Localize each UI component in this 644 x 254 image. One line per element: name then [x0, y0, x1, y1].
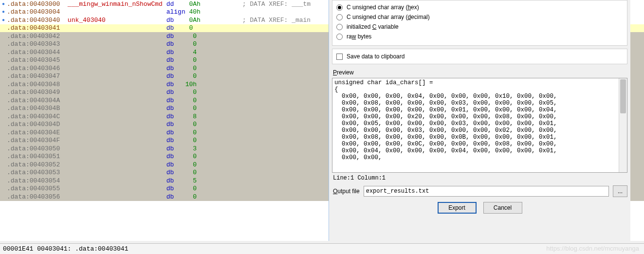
- export-dialog: C unsigned char array (hex)C unsigned ch…: [329, 0, 630, 241]
- breakpoint-bullet[interactable]: ●: [2, 1, 5, 7]
- dialog-buttons: Export Cancel: [332, 202, 627, 214]
- breakpoint-bullet[interactable]: ●: [2, 9, 5, 15]
- format-radio-2[interactable]: initialized C variable: [336, 22, 623, 32]
- radio-circle: [336, 24, 343, 30]
- scrollbar-thumb[interactable]: [620, 79, 626, 113]
- status-bar: 00001E41 00403041: .data:00403041: [0, 243, 644, 254]
- format-radio-1[interactable]: C unsigned char array (decimal): [336, 12, 623, 22]
- radio-circle: [336, 4, 343, 11]
- checkbox-box: [336, 54, 343, 60]
- save-clipboard-label: Save data to clipboard: [347, 53, 405, 60]
- cancel-button[interactable]: Cancel: [483, 202, 522, 214]
- breakpoint-bullet[interactable]: ●: [2, 18, 5, 23]
- output-file-row: Output file ...: [333, 185, 627, 197]
- output-file-input[interactable]: [364, 186, 609, 197]
- preview-text[interactable]: unsigned char ida_chars[] = { 0x00, 0x00…: [332, 78, 619, 172]
- status-text: 00001E41 00403041: .data:00403041: [3, 245, 128, 253]
- format-radio-group: C unsigned char array (hex)C unsigned ch…: [332, 0, 627, 46]
- output-file-label: Output file: [333, 188, 360, 195]
- browse-button[interactable]: ...: [613, 185, 627, 197]
- format-radio-0[interactable]: C unsigned char array (hex): [336, 2, 623, 12]
- radio-circle: [336, 14, 343, 20]
- line-column-indicator: Line:1 Column:1: [333, 175, 626, 181]
- clipboard-check-group: Save data to clipboard: [332, 49, 627, 64]
- preview-scrollbar[interactable]: [619, 78, 627, 172]
- preview-label: Preview: [333, 69, 627, 76]
- radio-circle: [336, 34, 343, 40]
- export-button[interactable]: Export: [438, 202, 477, 214]
- preview-box: unsigned char ida_chars[] = { 0x00, 0x00…: [332, 78, 627, 173]
- format-radio-3[interactable]: raw bytes: [336, 32, 623, 41]
- save-clipboard-checkbox[interactable]: Save data to clipboard: [336, 53, 623, 60]
